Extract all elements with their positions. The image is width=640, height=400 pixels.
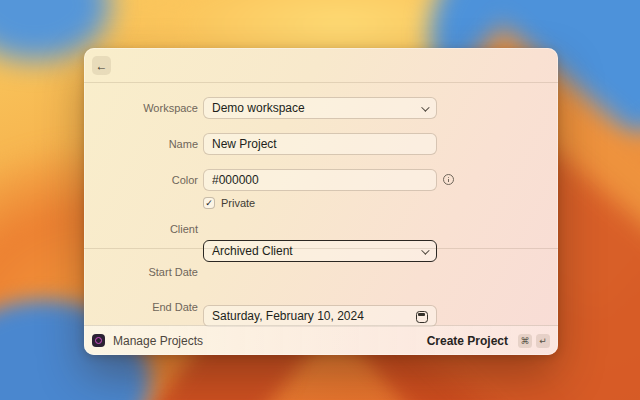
command-key-icon: ⌘ [518,334,532,348]
name-label: Name [84,133,198,155]
checkmark-icon: ✓ [205,199,213,208]
color-input[interactable] [203,169,437,191]
private-checkbox-row: ✓ Private [203,197,255,209]
extension-app-icon [92,334,105,347]
chevron-down-icon [421,103,429,111]
private-checkbox[interactable]: ✓ [203,197,215,209]
name-input[interactable] [203,133,437,155]
start-date-picker[interactable]: Saturday, February 10, 2024 [203,305,437,327]
ring-logo-icon [95,337,102,344]
dialog-header: ← [84,48,558,83]
workspace-select[interactable]: Demo workspace [203,97,437,119]
create-project-button[interactable]: Create Project [427,334,508,348]
start-date-value: Saturday, February 10, 2024 [212,309,364,323]
section-divider [84,248,558,249]
back-button[interactable]: ← [92,56,111,75]
client-label: Client [84,218,198,240]
start-date-label: Start Date [84,261,198,283]
back-arrow-icon: ← [96,59,108,73]
client-value: Archived Client [212,244,293,258]
private-label: Private [221,197,255,209]
create-project-dialog: ← Workspace Demo workspace Name Color ✓ … [84,48,558,355]
workspace-label: Workspace [84,97,198,119]
workspace-value: Demo workspace [212,101,305,115]
client-select[interactable]: Archived Client [203,240,437,262]
end-date-label: End Date [84,296,198,318]
extension-name: Manage Projects [113,334,203,348]
return-key-icon: ↵ [536,334,550,348]
dialog-footer: Manage Projects Create Project ⌘ ↵ [84,325,558,355]
footer-actions: Create Project ⌘ ↵ [427,334,550,348]
info-icon[interactable] [443,174,454,185]
color-label: Color [84,169,198,191]
calendar-icon [416,311,428,323]
